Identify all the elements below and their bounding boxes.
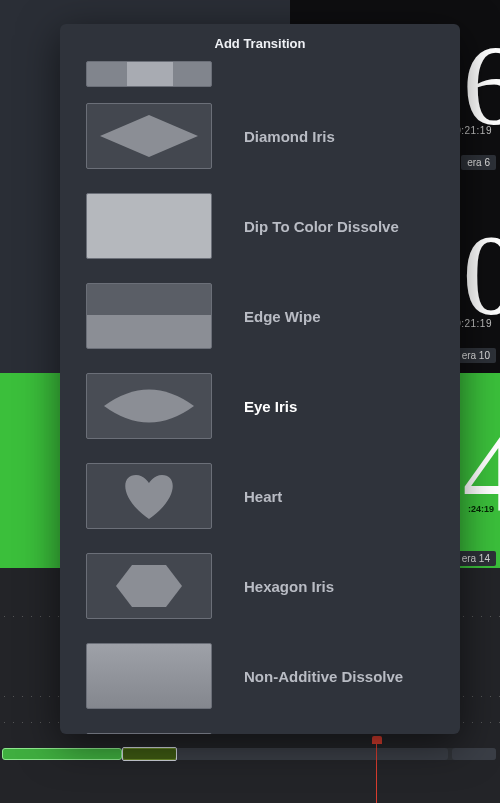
mini-clip[interactable] <box>2 748 122 760</box>
edge-wipe-icon <box>86 283 212 349</box>
list-item-eye-iris[interactable]: Eye Iris <box>86 361 434 451</box>
list-item-hexagon-iris[interactable]: Hexagon Iris <box>86 541 434 631</box>
transition-thumbnail <box>86 61 212 87</box>
transition-label: Eye Iris <box>244 398 297 415</box>
dip-to-color-icon <box>86 193 212 259</box>
mini-clip-empty <box>177 748 448 760</box>
timecode-label: 0:21:19 <box>455 125 492 136</box>
list-item[interactable] <box>86 61 434 91</box>
list-item-heart[interactable]: Heart <box>86 451 434 541</box>
transition-label: Non-Additive Dissolve <box>244 668 403 685</box>
transition-thumbnail <box>86 733 212 734</box>
camera-label: era 14 <box>456 551 496 566</box>
timecode-label: :24:19 <box>468 504 494 514</box>
hexagon-iris-icon <box>86 553 212 619</box>
camera-label: era 6 <box>461 155 496 170</box>
list-item-diamond-iris[interactable]: Diamond Iris <box>86 91 434 181</box>
transition-label: Edge Wipe <box>244 308 321 325</box>
eye-iris-icon <box>86 373 212 439</box>
camera-label: era 10 <box>456 348 496 363</box>
non-additive-dissolve-icon <box>86 643 212 709</box>
list-item-dip-to-color[interactable]: Dip To Color Dissolve <box>86 181 434 271</box>
list-item-edge-wipe[interactable]: Edge Wipe <box>86 271 434 361</box>
add-transition-popover: Add Transition Diamond Iris Dip To Color… <box>60 24 460 734</box>
transition-list[interactable]: Diamond Iris Dip To Color Dissolve Edge … <box>60 61 460 734</box>
playhead[interactable] <box>376 740 377 803</box>
list-item-non-additive-dissolve[interactable]: Non-Additive Dissolve <box>86 631 434 721</box>
transition-label: Dip To Color Dissolve <box>244 218 399 235</box>
list-item[interactable] <box>86 721 434 734</box>
viewport-indicator[interactable] <box>122 747 177 761</box>
transition-label: Hexagon Iris <box>244 578 334 595</box>
mini-clip-empty <box>452 748 496 760</box>
svg-marker-0 <box>100 115 198 157</box>
popover-title: Add Transition <box>60 24 460 61</box>
transition-label: Heart <box>244 488 282 505</box>
transition-label: Diamond Iris <box>244 128 335 145</box>
heart-icon <box>86 463 212 529</box>
timecode-label: 0:21:19 <box>455 318 492 329</box>
diamond-iris-icon <box>86 103 212 169</box>
mini-timeline[interactable] <box>2 748 496 760</box>
slate-number: 0 <box>463 218 501 333</box>
svg-marker-1 <box>116 565 182 607</box>
